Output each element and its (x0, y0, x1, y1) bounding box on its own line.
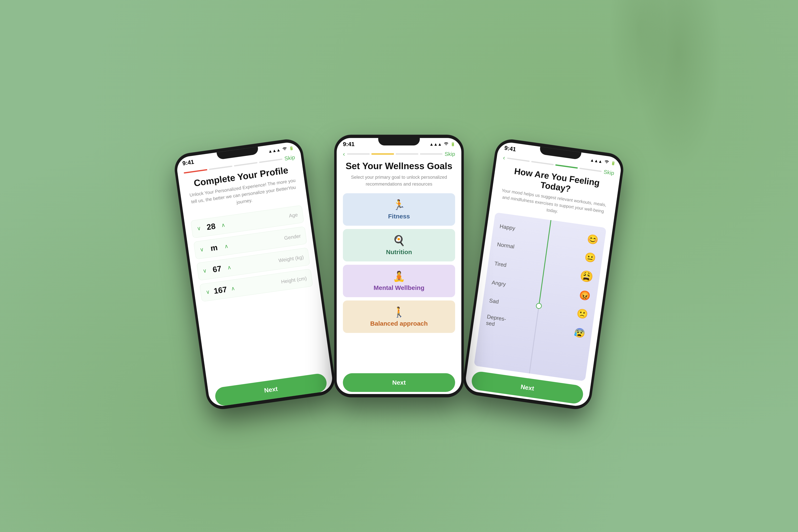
height-controls: ∨ 167 ∧ (205, 284, 235, 297)
phone-3-screen: 9:41 ▲▲▲ 🔋 ‹ (464, 141, 623, 408)
balanced-emoji: 🚶 (393, 306, 405, 318)
phone-2-subtitle: Select your primary goal to unlock perso… (343, 174, 455, 187)
mood-tired-emoji: 😩 (579, 269, 594, 283)
age-label: Age (288, 212, 298, 219)
battery-icon: 🔋 (289, 146, 294, 151)
progress-seg-2 (209, 166, 232, 170)
fitness-emoji: 🏃 (393, 199, 405, 211)
phone-1-status-icons: ▲▲▲ 🔋 (268, 145, 294, 154)
mood-angry-emoji: 😡 (578, 289, 591, 302)
age-value: 28 (204, 222, 218, 232)
phone-2-notch (378, 138, 420, 146)
mood-normal-label: Normal (497, 241, 518, 250)
weight-value: 67 (210, 264, 224, 274)
height-value: 167 (213, 285, 228, 296)
weight-up-arrow[interactable]: ∧ (227, 264, 232, 271)
progress-seg-2 (531, 161, 554, 165)
balanced-label: Balanced approach (370, 320, 428, 327)
mental-label: Mental Wellbeing (374, 284, 424, 291)
fitness-label: Fitness (388, 213, 410, 220)
phone-2-time: 9:41 (343, 141, 355, 148)
phone-1-time: 9:41 (182, 158, 194, 167)
fitness-goal-card[interactable]: 🏃 Fitness (343, 193, 455, 226)
phone-2-progress-bars (347, 153, 442, 155)
weight-label: Weight (kg) (278, 254, 304, 264)
gender-value: m (207, 243, 221, 253)
phone-2-status-icons: ▲▲▲ 🔋 (430, 141, 455, 147)
mood-normal-emoji: 😐 (584, 251, 597, 264)
mood-selector: Happy 😊 Normal 😐 Tired (474, 212, 606, 381)
wifi-icon (604, 159, 609, 166)
nutrition-emoji: 🍳 (393, 235, 405, 246)
mental-emoji: 🧘 (393, 270, 405, 282)
mood-depressed-emoji: 😰 (573, 327, 586, 339)
phone-1-content: Complete Your Profile Unlock Your Person… (178, 163, 334, 408)
battery-icon: 🔋 (611, 160, 616, 166)
weight-down-arrow[interactable]: ∨ (203, 267, 207, 274)
height-label: Height (cm) (281, 276, 307, 285)
phone-1-skip-button[interactable]: Skip (284, 154, 295, 162)
phone-3-status-icons: ▲▲▲ 🔋 (590, 157, 616, 166)
battery-icon: 🔋 (451, 142, 455, 147)
phone-2-back-button[interactable]: ‹ (343, 150, 345, 157)
signal-icon: ▲▲▲ (268, 147, 281, 154)
phone-2-progress-row: ‹ Skip (337, 149, 461, 161)
gender-controls: ∨ m ∧ (199, 242, 229, 254)
height-up-arrow[interactable]: ∧ (230, 285, 235, 292)
gender-label: Gender (284, 233, 301, 241)
mood-angry-label: Angry (491, 279, 513, 289)
age-down-arrow[interactable]: ∨ (196, 225, 201, 232)
height-down-arrow[interactable]: ∨ (205, 289, 210, 296)
mood-happy-emoji: 😊 (586, 233, 599, 245)
gender-down-arrow[interactable]: ∨ (200, 246, 204, 253)
nutrition-goal-card[interactable]: 🍳 Nutrition (343, 229, 455, 262)
mental-goal-card[interactable]: 🧘 Mental Wellbeing (343, 265, 455, 297)
weight-controls: ∨ 67 ∧ (202, 263, 232, 276)
progress-seg-1 (184, 169, 207, 173)
age-controls: ∨ 28 ∧ (196, 220, 226, 233)
phone-3-back-button[interactable]: ‹ (502, 154, 506, 161)
phone-2-next-button[interactable]: Next (343, 373, 455, 392)
phone-2: 9:41 ▲▲▲ 🔋 ‹ (335, 135, 463, 397)
phone-2-title: Set Your Wellness Goals (343, 161, 455, 171)
phone-3-content: How Are You Feeling Today? Your mood hel… (464, 164, 620, 408)
progress-seg-3 (234, 162, 258, 167)
signal-icon: ▲▲▲ (430, 142, 442, 147)
nutrition-label: Nutrition (386, 249, 412, 255)
phone-3: 9:41 ▲▲▲ 🔋 ‹ (461, 138, 625, 411)
phones-container: 9:41 ▲▲▲ 🔋 (189, 135, 609, 397)
mood-sad-label: Sad (489, 297, 510, 307)
progress-seg-2 (372, 153, 394, 155)
phone-1: 9:41 ▲▲▲ 🔋 (173, 138, 337, 411)
phone-2-skip-button[interactable]: Skip (444, 151, 455, 157)
mood-sad-emoji: 🙁 (576, 308, 589, 320)
gender-up-arrow[interactable]: ∧ (224, 243, 229, 250)
phone-1-screen: 9:41 ▲▲▲ 🔋 (175, 141, 334, 408)
progress-seg-1 (347, 153, 370, 155)
progress-seg-3 (396, 153, 418, 155)
age-up-arrow[interactable]: ∧ (221, 222, 226, 228)
progress-seg-4 (420, 153, 443, 155)
progress-seg-3 (555, 164, 578, 169)
mood-depressed-label: Depres­sed (486, 314, 508, 329)
phone-3-time: 9:41 (504, 145, 516, 153)
progress-seg-4 (579, 168, 602, 172)
signal-icon: ▲▲▲ (590, 157, 603, 164)
progress-seg-4 (259, 158, 283, 163)
balanced-goal-card[interactable]: 🚶 Balanced approach (343, 301, 455, 333)
phone-2-content: Set Your Wellness Goals Select your prim… (337, 161, 461, 394)
wifi-icon (444, 141, 449, 147)
phone-2-screen: 9:41 ▲▲▲ 🔋 ‹ (337, 138, 461, 394)
wifi-icon (282, 146, 287, 152)
progress-seg-1 (507, 157, 530, 162)
mood-tired-label: Tired (494, 260, 515, 269)
mood-happy-label: Happy (499, 223, 520, 232)
phone-3-skip-button[interactable]: Skip (603, 169, 614, 176)
